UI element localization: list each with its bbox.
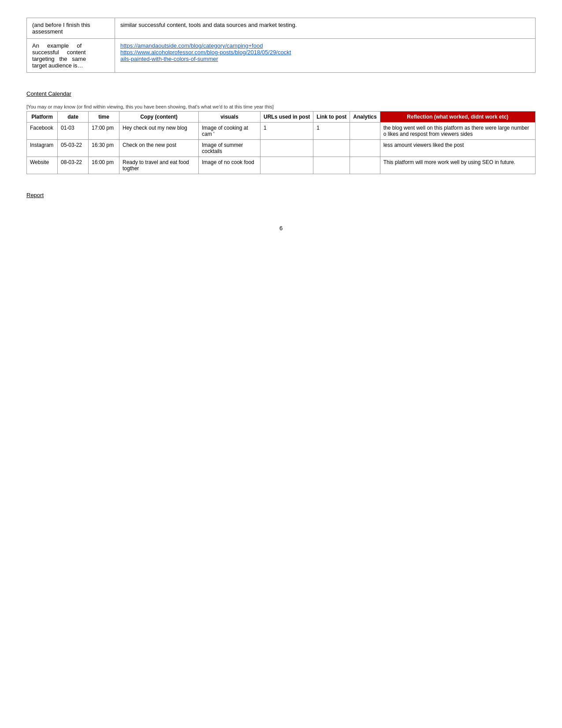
cell-analytics-2	[350, 140, 380, 157]
cell-left-2: An example ofsuccessful contenttargeting…	[27, 39, 115, 73]
col-header-urls: URLs used in post	[261, 112, 313, 123]
table-row-1: (and before I finish this assessment sim…	[27, 18, 536, 39]
link-2[interactable]: https://www.alcoholprofessor.com/blog-po…	[120, 49, 291, 56]
cell-date-1: 01-03	[58, 123, 89, 140]
cell-visuals-3: Image of no cook food	[199, 157, 261, 174]
table-row-2: An example ofsuccessful contenttargeting…	[27, 39, 536, 73]
cell-visuals-1: Image of cooking at cam '	[199, 123, 261, 140]
cell-urls-3	[261, 157, 313, 174]
calendar-header-row: Platform date time Copy (content) visual…	[27, 112, 536, 123]
cell-date-3: 08-03-22	[58, 157, 89, 174]
cell-date-2: 05-03-22	[58, 140, 89, 157]
cell-urls-1: 1	[261, 123, 313, 140]
cell-urls-2	[261, 140, 313, 157]
link-1[interactable]: https://amandaoutside.com/blog/category/…	[120, 42, 263, 49]
col-header-link: Link to post	[313, 112, 350, 123]
cell-left-1: (and before I finish this assessment	[27, 18, 115, 39]
cell-copy-2: Check on the new post	[119, 140, 199, 157]
cell-link-1: 1	[313, 123, 350, 140]
col-header-analytics: Analytics	[350, 112, 380, 123]
col-header-reflection: Reflection (what worked, didnt work etc)	[380, 112, 535, 123]
cell-link-3	[313, 157, 350, 174]
content-calendar-heading: Content Calendar	[26, 90, 536, 97]
col-header-visuals: visuals	[199, 112, 261, 123]
cell-visuals-2: Image of summer cocktails	[199, 140, 261, 157]
page-number: 6	[26, 225, 536, 231]
calendar-row-website: Website 08-03-22 16:00 pm Ready to trave…	[27, 157, 536, 174]
cell-platform-3: Website	[27, 157, 58, 174]
content-calendar-section: Content Calendar [You may or may know (o…	[26, 90, 536, 174]
cell-platform-2: Instagram	[27, 140, 58, 157]
cell-right-2: https://amandaoutside.com/blog/category/…	[115, 39, 536, 73]
cell-platform-1: Facebook	[27, 123, 58, 140]
cell-reflection-2: less amount viewers liked the post	[380, 140, 535, 157]
col-header-copy: Copy (content)	[119, 112, 199, 123]
col-header-date: date	[58, 112, 89, 123]
calendar-row-instagram: Instagram 05-03-22 16:30 pm Check on the…	[27, 140, 536, 157]
cell-analytics-1	[350, 123, 380, 140]
cell-reflection-3: This platform will more work well by usi…	[380, 157, 535, 174]
cell-analytics-3	[350, 157, 380, 174]
cell-copy-1: Hey check out my new blog	[119, 123, 199, 140]
cell-reflection-1: the blog went well on this platform as t…	[380, 123, 535, 140]
link-3[interactable]: ails-painted-with-the-colors-of-summer	[120, 56, 218, 62]
cell-time-1: 17:00 pm	[89, 123, 119, 140]
col-header-time: time	[89, 112, 119, 123]
calendar-note: [You may or may know (or find within vie…	[26, 104, 536, 109]
cell-copy-3: Ready to travel and eat food togther	[119, 157, 199, 174]
cell-right-1: similar successful content, tools and da…	[115, 18, 536, 39]
report-section: Report	[26, 192, 536, 198]
report-heading: Report	[26, 192, 536, 198]
cell-time-3: 16:00 pm	[89, 157, 119, 174]
cell-time-2: 16:30 pm	[89, 140, 119, 157]
col-header-platform: Platform	[27, 112, 58, 123]
cell-link-2	[313, 140, 350, 157]
top-table: (and before I finish this assessment sim…	[26, 18, 536, 73]
calendar-table: Platform date time Copy (content) visual…	[26, 111, 536, 174]
calendar-row-facebook: Facebook 01-03 17:00 pm Hey check out my…	[27, 123, 536, 140]
